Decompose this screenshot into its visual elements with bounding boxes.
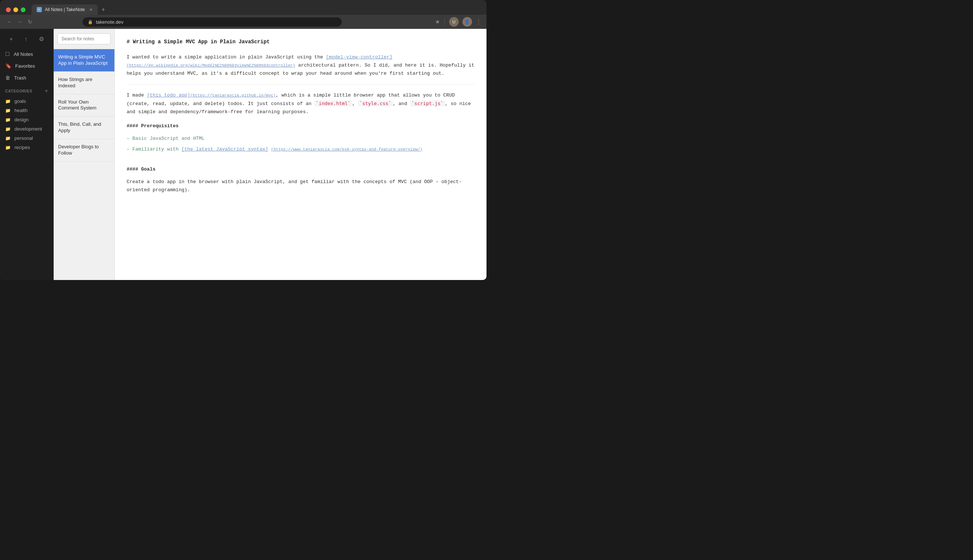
para2-comma: , (352, 101, 358, 107)
categories-header: CATEGORIES + (0, 83, 53, 97)
todo-app-url[interactable]: (https://taniarascia.github.io/mvc) (190, 93, 276, 98)
folder-icon: 📁 (5, 136, 11, 141)
categories-label: CATEGORIES (5, 89, 32, 93)
tab-title: All Notes | TakeNote (45, 7, 85, 12)
sidebar-nav: ☐ All Notes 🔖 Favorites 🗑 Trash (0, 48, 53, 83)
note-para1: I wanted to write a simple application i… (127, 53, 475, 78)
category-item-health[interactable]: 📁 health (0, 106, 53, 115)
category-label-design: design (15, 117, 28, 122)
category-item-development[interactable]: 📁 development (0, 124, 53, 133)
trash-label: Trash (14, 75, 26, 81)
note-heading: # Writing a Simple MVC App in Plain Java… (127, 38, 475, 47)
sidebar: + ↑ ⚙ ☐ All Notes 🔖 Favorites 🗑 Trash CA… (0, 29, 53, 280)
sidebar-item-favorites[interactable]: 🔖 Favorites (0, 60, 53, 72)
address-bar[interactable]: 🔒 takenote.dev (83, 17, 342, 27)
folder-icon: 📁 (5, 108, 11, 113)
all-notes-label: All Notes (14, 52, 33, 57)
note-item-strings[interactable]: How Strings are Indexed (53, 72, 114, 94)
category-item-recipes[interactable]: 📁 recipes (0, 143, 53, 152)
categories-list: 📁 goals 📁 health 📁 design 📁 development … (0, 97, 53, 152)
favorites-label: Favorites (15, 63, 35, 69)
prereq-item-2: – Familiarity with [the latest JavaScrip… (127, 145, 475, 153)
title-bar: T All Notes | TakeNote ✕ + (0, 0, 486, 15)
prereq-heading: #### Prerequisites (127, 122, 475, 130)
profile-avatar[interactable]: 👤 (462, 17, 472, 27)
forward-button[interactable]: → (15, 19, 24, 25)
note-item-bind[interactable]: This, Bind, Call, and Apply (53, 117, 114, 139)
code-index: `index.html` (314, 100, 352, 107)
trash-icon: 🗑 (5, 75, 10, 81)
note-title-bind: This, Bind, Call, and Apply (58, 121, 101, 133)
category-label-development: development (15, 126, 42, 132)
todo-app-link[interactable]: [this todo app] (147, 92, 190, 98)
note-title-blogs: Developer Blogs to Follow (58, 144, 99, 156)
back-button[interactable]: ← (5, 19, 13, 25)
folder-icon: 📁 (5, 99, 11, 104)
note-title-strings: How Strings are Indexed (58, 77, 92, 88)
para2-and: , and (393, 101, 410, 107)
code-style: `style.css` (358, 100, 393, 107)
close-button[interactable] (6, 7, 11, 12)
all-notes-icon: ☐ (5, 51, 10, 57)
traffic-lights (6, 7, 25, 12)
goals-heading: #### Goals (127, 165, 475, 173)
browser-actions: ★ U 👤 ⋮ (435, 17, 481, 27)
note-content-area[interactable]: # Writing a Simple MVC App in Plain Java… (115, 29, 486, 280)
note-title-mvc: Writing a Simple MVC App in Plain JavaSc… (58, 54, 108, 66)
user-avatar[interactable]: U (449, 17, 459, 27)
tab-close-icon[interactable]: ✕ (89, 7, 92, 12)
category-label-goals: goals (15, 98, 26, 104)
code-script: `script.js` (410, 100, 445, 107)
address-bar-row: ← → ↻ 🔒 takenote.dev ★ U 👤 ⋮ (0, 15, 486, 29)
note-title-comment: Roll Your Own Comment System (58, 99, 96, 111)
separator (127, 84, 475, 85)
refresh-button[interactable]: ↻ (26, 19, 34, 25)
favorites-icon: 🔖 (5, 63, 12, 69)
mvc-link[interactable]: [model-view-controller] (326, 54, 392, 60)
app-container: + ↑ ⚙ ☐ All Notes 🔖 Favorites 🗑 Trash CA… (0, 29, 486, 280)
new-tab-button[interactable]: + (98, 5, 109, 15)
category-label-personal: personal (15, 135, 33, 141)
minimize-button[interactable] (13, 7, 18, 12)
settings-button[interactable]: ⚙ (37, 34, 45, 44)
folder-icon: 📁 (5, 117, 11, 122)
js-syntax-url[interactable]: (https://www.taniarascia.com/es6-syntax-… (271, 147, 423, 152)
note-item-blogs[interactable]: Developer Blogs to Follow (53, 139, 114, 162)
category-label-recipes: recipes (15, 145, 30, 150)
prereq-item-1: – Basic JavaScript and HTML (127, 135, 475, 143)
folder-icon: 📁 (5, 145, 11, 150)
category-label-health: health (15, 108, 27, 113)
sidebar-item-trash[interactable]: 🗑 Trash (0, 72, 53, 83)
add-note-button[interactable]: + (8, 34, 14, 44)
sync-button[interactable]: ↑ (23, 34, 29, 44)
notes-list-panel: Writing a Simple MVC App in Plain JavaSc… (53, 29, 115, 280)
nav-buttons: ← → ↻ (5, 19, 34, 25)
goals-text: Create a todo app in the browser with pl… (127, 178, 475, 194)
tab-bar: T All Notes | TakeNote ✕ + (32, 5, 481, 15)
lock-icon: 🔒 (88, 20, 93, 24)
note-item-mvc[interactable]: Writing a Simple MVC App in Plain JavaSc… (53, 49, 114, 72)
note-item-comment[interactable]: Roll Your Own Comment System (53, 94, 114, 117)
menu-icon[interactable]: ⋮ (476, 18, 481, 25)
browser-chrome: T All Notes | TakeNote ✕ + ← → ↻ 🔒 taken… (0, 0, 486, 29)
mvc-link-url[interactable]: (https://en.wikipedia.org/wiki/Model%E2%… (127, 63, 295, 68)
tab-favicon: T (37, 7, 42, 12)
search-input[interactable] (57, 33, 111, 44)
category-item-goals[interactable]: 📁 goals (0, 97, 53, 106)
notes-search-container (53, 29, 114, 49)
prereq-list: – Basic JavaScript and HTML – Familiarit… (127, 135, 475, 153)
add-category-button[interactable]: + (45, 88, 48, 94)
category-item-personal[interactable]: 📁 personal (0, 133, 53, 143)
note-para2: I made [this todo app](https://taniarasc… (127, 92, 475, 116)
js-syntax-link[interactable]: [the latest JavaScript syntax] (181, 147, 268, 152)
folder-icon: 📁 (5, 127, 11, 132)
category-item-design[interactable]: 📁 design (0, 115, 53, 124)
sidebar-item-all-notes[interactable]: ☐ All Notes (0, 48, 53, 60)
active-tab[interactable]: T All Notes | TakeNote ✕ (32, 5, 98, 15)
sidebar-toolbar: + ↑ ⚙ (0, 33, 53, 48)
maximize-button[interactable] (21, 7, 25, 12)
bookmark-icon[interactable]: ★ (435, 18, 440, 25)
notes-items: Writing a Simple MVC App in Plain JavaSc… (53, 49, 114, 280)
address-text: takenote.dev (96, 19, 123, 25)
